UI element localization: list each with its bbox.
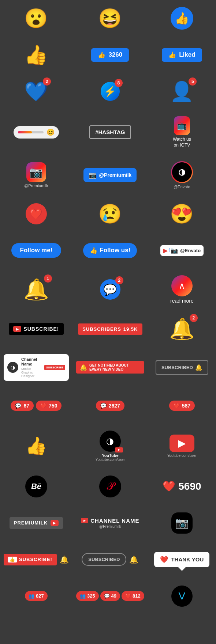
thankyou-label: THANK YOU — [171, 556, 204, 562]
yt-badge-icon: ▶ — [118, 448, 120, 451]
bell1-badge-count: 1 — [44, 274, 52, 283]
yt-channel2-link: Youtube.com/user — [167, 454, 197, 458]
cell-channel-name: ▶ CHANNEL NAME @Premiumilk — [72, 505, 148, 541]
heart-count-value: 5690 — [178, 481, 201, 492]
insta2-label: @Premiumilk — [99, 172, 131, 178]
cell-yt-channel1: ◑ ▶ YouTube Youtube.com/user — [72, 424, 148, 468]
subscribe-mini-button[interactable]: SUBSCRIBE — [44, 365, 65, 370]
like-count1: 750 — [49, 403, 57, 409]
cell-subscribed2[interactable]: SUBSCRIBED 🔔 — [72, 541, 148, 578]
subscribed-label: SUBSCRIBED — [161, 365, 193, 370]
insta2-button[interactable]: 📷 @Premiumilk — [83, 168, 137, 182]
read-more-wrap[interactable]: ∧ read more — [170, 275, 194, 304]
cell-follow-us[interactable]: 👍 Follow us! — [72, 232, 148, 269]
cell-premium-btn[interactable]: PREMIUMILK ▶ — [0, 505, 72, 541]
heart-icon3: ❤️ — [125, 593, 131, 599]
liked-thumb-icon: 👍 — [168, 51, 176, 59]
cell-subscribe2[interactable]: 👍 SUBSCRIBE! 🔔 — [0, 541, 72, 578]
cell-thumb-red: 👍 — [0, 424, 72, 468]
liked-button[interactable]: 👍 Liked — [162, 48, 202, 62]
subscribe2-label: SUBSCRIBE! — [19, 557, 52, 562]
comment-icon1: 💬 — [15, 403, 21, 409]
cell-insta2-btn[interactable]: 📷 @Premiumilk — [72, 155, 148, 196]
yt-channel1-icon-wrap: ◑ ▶ — [100, 431, 121, 452]
cell-subscribe-btn[interactable]: ▶ SUBSCRIBE! — [0, 310, 72, 348]
yt-channel1-wrap: ◑ ▶ YouTube Youtube.com/user — [96, 431, 125, 462]
chat-badge-count: 2 — [115, 276, 123, 284]
yt-channel1-url: Youtube.com/user — [96, 458, 125, 462]
subscribe-button[interactable]: ▶ SUBSCRIBE! — [9, 323, 63, 335]
insta-small-icon: 📷 — [89, 171, 97, 179]
cell-insta1: 📷 @Premiumilk — [0, 155, 72, 196]
yt-play-icon2: ▶ — [51, 520, 59, 526]
premiumilk-label: PREMIUMILK — [14, 520, 48, 526]
premiumilk-button[interactable]: PREMIUMILK ▶ — [10, 517, 63, 529]
heart-icon2: ❤️ — [174, 403, 180, 409]
cell-hashtag[interactable]: #HASHTAG — [72, 110, 148, 155]
cell-read-more[interactable]: ∧ read more — [148, 269, 216, 310]
notif-bell-icon: 🔔 — [80, 364, 87, 371]
yt-badge: ▶ — [115, 447, 123, 452]
cell-follow-me[interactable]: Follow me! — [0, 232, 72, 269]
comment-stat2: 💬 2627 — [96, 401, 124, 411]
heart-badge-count: 2 — [43, 77, 51, 86]
loading-bar-bg — [18, 131, 44, 133]
pinterest-icon: 𝒫 — [99, 476, 121, 497]
vimeo-icon: V — [171, 586, 193, 607]
bell-subscribe-icon: 🔔 — [60, 555, 69, 564]
subscribers-count: 19,5K — [123, 326, 138, 332]
subscribed2-button[interactable]: SUBSCRIBED — [82, 553, 126, 566]
follow-me-button[interactable]: Follow me! — [11, 243, 62, 258]
cell-love-emoji: 😍 — [148, 196, 216, 232]
thumb-red-icon: 👍 — [25, 436, 47, 456]
followers1-pill: 👥 827 — [25, 591, 48, 601]
cell-followers1: 👥 827 — [0, 578, 72, 614]
ig-small-icon: 📷 — [171, 247, 178, 254]
smile-emoji: 😊 — [46, 128, 55, 136]
hashtag-button[interactable]: #HASHTAG — [89, 125, 131, 139]
envato-symbol: ◑ — [178, 167, 185, 177]
follow-us-button[interactable]: 👍 Follow us! — [83, 243, 137, 258]
cell-igtv: 📺 Watch uson IGTV — [148, 110, 216, 155]
cell-vimeo: V — [148, 578, 216, 614]
cell-liked-btn[interactable]: 👍 Liked — [148, 37, 216, 73]
like-stat1: ❤️ 750 — [36, 401, 62, 411]
cell-sad-emoji: 😢 — [72, 196, 148, 232]
cell-stats1: 💬 67 ❤️ 750 — [0, 387, 72, 424]
cell-subscribed-btn[interactable]: SUBSCRIBED 🔔 — [148, 348, 216, 387]
thumbsup-emoji: 👍 — [175, 11, 189, 25]
channel-title-row: ▶ CHANNEL NAME — [81, 518, 139, 524]
notif-text: GET NOTIFIED ABOUT EVERY NEW VIDEO — [89, 363, 141, 371]
comment-count1: 67 — [23, 403, 29, 409]
yt-channel1-link: YouTube Youtube.com/user — [96, 453, 125, 462]
channel-subtitle: Motion Graphic Designer — [21, 367, 41, 378]
cell-like-count-btn[interactable]: 👍 3260 — [72, 37, 148, 73]
yt-icon-channel: ▶ — [81, 518, 88, 523]
yt-symbol: ◑ — [106, 436, 114, 446]
thankyou-bubble: ❤️ THANK YOU — [154, 552, 209, 567]
cell-thumb-blue: 👍 — [0, 37, 72, 73]
followers2-pill: 👥 325 — [76, 591, 99, 601]
thumbsup-circle: 👍 — [171, 7, 193, 30]
igtv-icon: 📺 — [174, 116, 190, 135]
heart-icon1: ❤️ — [40, 403, 46, 409]
cell-loading-bar: 😊 — [0, 110, 72, 155]
yt-play-button2[interactable]: ▶ — [170, 435, 194, 452]
envato-label: @Envato — [174, 185, 190, 189]
channel-info: Channel Name Motion Graphic Designer — [21, 357, 41, 378]
cell-heart-count: ❤️ 5690 — [148, 468, 216, 505]
notification-card: 🔔 GET NOTIFIED ABOUT EVERY NEW VIDEO — [76, 361, 144, 374]
bell-subscribed-icon: 🔔 — [129, 555, 138, 564]
yt-play-icon: ▶ — [13, 326, 21, 332]
envato-circle-wrap: ◑ @Envato — [171, 161, 193, 189]
cell-laughing-emoji: 😆 — [72, 0, 148, 37]
subscribed-button[interactable]: SUBSCRIBED 🔔 — [156, 360, 208, 375]
cell-subscribers-count: SUBSCRIBERS 19,5K — [72, 310, 148, 348]
cell-bell2: 🔔 2 — [148, 310, 216, 348]
bell2-badge-count: 2 — [190, 314, 198, 322]
like-count-button[interactable]: 👍 3260 — [91, 48, 129, 62]
like-count2: 587 — [182, 403, 190, 409]
comment-count2: 2627 — [109, 403, 120, 409]
read-more-label: read more — [170, 298, 194, 304]
subscribe2-button[interactable]: 👍 SUBSCRIBE! — [4, 554, 57, 565]
